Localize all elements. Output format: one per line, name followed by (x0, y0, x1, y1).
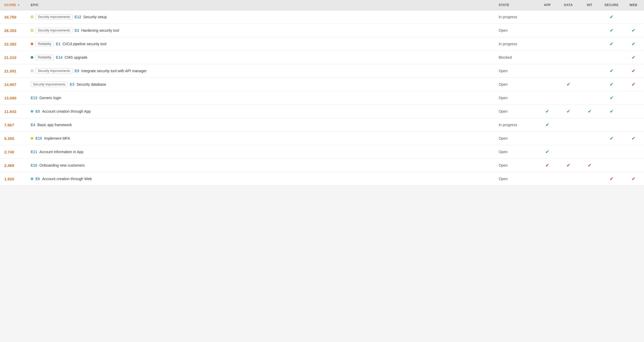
web-cell (623, 10, 644, 24)
epic-id[interactable]: E14 (56, 55, 62, 60)
data-cell (558, 37, 579, 51)
check-icon: ✔ (632, 82, 636, 87)
table-row: 14.907Security improvementsE3Security da… (0, 78, 644, 91)
status-dot (31, 177, 33, 180)
secure-header: SECURE (600, 0, 623, 10)
app-cell (537, 24, 558, 37)
secure-cell: ✔ (600, 105, 623, 118)
int-cell (579, 24, 600, 37)
score-cell: 1.920 (0, 172, 26, 186)
table-row: 21.310ReliabilityE14CMS upgradeBlocked✔ (0, 51, 644, 64)
epic-cell: E6Account creation through Web (26, 172, 494, 186)
check-icon: ✔ (632, 28, 636, 33)
data-cell (558, 64, 579, 78)
epics-table: SCORE ▼ EPIC STATE APP DATA INT (0, 0, 644, 186)
check-icon: ✔ (610, 95, 614, 101)
check-icon: ✔ (610, 68, 614, 74)
table-header-row: SCORE ▼ EPIC STATE APP DATA INT (0, 0, 644, 10)
epic-id[interactable]: E6 (35, 177, 40, 181)
app-header: APP (537, 0, 558, 10)
int-cell (579, 51, 600, 64)
epic-tag[interactable]: Reliability (35, 55, 54, 60)
check-icon: ✔ (610, 14, 614, 20)
int-cell (579, 10, 600, 24)
int-cell (579, 172, 600, 186)
check-icon: ✔ (567, 109, 570, 114)
score-cell: 2.740 (0, 145, 26, 159)
score-header[interactable]: SCORE ▼ (0, 0, 26, 10)
score-cell: 7.667 (0, 118, 26, 132)
check-icon: ✔ (610, 109, 614, 114)
app-cell (537, 64, 558, 78)
epic-cell: E13Generic login (26, 91, 494, 105)
state-cell: Open (494, 105, 537, 118)
epic-cell: E5Account creation through App (26, 105, 494, 118)
check-icon: ✔ (588, 163, 592, 168)
epic-tag[interactable]: Security improvements (35, 28, 72, 33)
app-cell (537, 91, 558, 105)
epic-id[interactable]: E9 (75, 69, 79, 73)
data-cell (558, 24, 579, 37)
epic-id[interactable]: E15 (35, 136, 42, 140)
web-cell (623, 159, 644, 172)
data-cell (558, 91, 579, 105)
status-dot (31, 70, 33, 72)
check-icon: ✔ (545, 149, 549, 154)
epic-header: EPIC (26, 0, 494, 10)
epic-title: Onboarding new customers (39, 163, 85, 167)
state-header: STATE (494, 0, 537, 10)
epic-tag[interactable]: Security improvements (35, 68, 72, 74)
status-dot (31, 137, 33, 140)
score-cell: 2.469 (0, 159, 26, 172)
check-icon: ✔ (545, 163, 549, 168)
epic-cell: E11Account information in App (26, 145, 494, 159)
epic-id[interactable]: E3 (70, 82, 74, 86)
epic-id[interactable]: E10 (31, 163, 37, 167)
status-dot (31, 29, 33, 32)
app-cell: ✔ (537, 145, 558, 159)
secure-cell: ✔ (600, 64, 623, 78)
epic-cell: E10Onboarding new customers (26, 159, 494, 172)
app-cell (537, 51, 558, 64)
epic-cell: Security improvementsE2Hardening securit… (26, 24, 494, 37)
table-row: 22.382ReliabilityE1Ci/Cd pipeline securi… (0, 37, 644, 51)
epic-id[interactable]: E2 (75, 28, 79, 33)
epic-title: Generic login (39, 96, 61, 100)
web-cell (623, 118, 644, 132)
check-icon: ✔ (632, 136, 636, 141)
check-icon: ✔ (610, 176, 614, 181)
epic-id[interactable]: E4 (31, 123, 35, 127)
web-header: WEB (623, 0, 644, 10)
epic-tag[interactable]: Reliability (35, 41, 54, 47)
epic-tag[interactable]: Security improvements (35, 14, 72, 20)
epic-cell: Security improvementsE12Security setup (26, 10, 494, 24)
table-body: 34.750Security improvementsE12Security s… (0, 10, 644, 186)
score-cell: 26.353 (0, 24, 26, 37)
int-cell: ✔ (579, 159, 600, 172)
epic-tag[interactable]: Security improvements (31, 82, 68, 87)
epic-id[interactable]: E11 (31, 150, 37, 154)
int-cell (579, 64, 600, 78)
status-dot (31, 16, 33, 18)
table-row: 34.750Security improvementsE12Security s… (0, 10, 644, 24)
epic-title: Account information in App (39, 150, 84, 154)
score-cell: 11.643 (0, 105, 26, 118)
epic-cell: ReliabilityE14CMS upgrade (26, 51, 494, 64)
secure-cell (600, 145, 623, 159)
state-cell: Open (494, 24, 537, 37)
state-cell: Open (494, 145, 537, 159)
state-cell: In progress (494, 10, 537, 24)
data-cell (558, 51, 579, 64)
check-icon: ✔ (632, 41, 636, 47)
state-cell: Open (494, 132, 537, 145)
epic-id[interactable]: E1 (56, 42, 60, 46)
web-cell: ✔ (623, 51, 644, 64)
epic-id[interactable]: E5 (35, 109, 40, 113)
epic-id[interactable]: E13 (31, 96, 37, 100)
epic-id[interactable]: E12 (75, 15, 81, 19)
web-cell: ✔ (623, 24, 644, 37)
int-cell (579, 132, 600, 145)
epic-cell: E4Basic app framework (26, 118, 494, 132)
web-cell (623, 145, 644, 159)
status-dot (31, 43, 33, 45)
